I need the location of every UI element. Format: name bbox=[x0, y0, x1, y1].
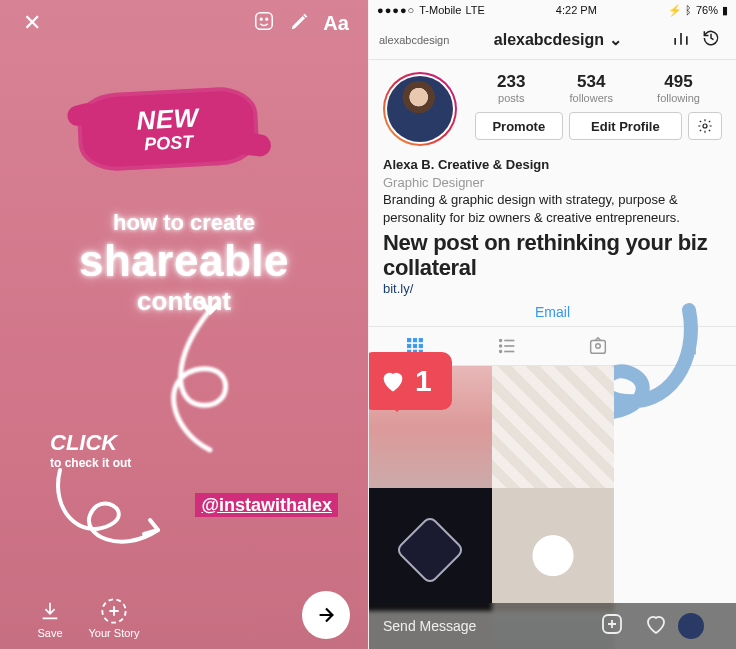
svg-point-1 bbox=[260, 18, 262, 20]
close-icon[interactable]: ✕ bbox=[14, 10, 50, 36]
click-line1: CLICK bbox=[50, 430, 131, 456]
bio-link[interactable]: bit.ly/ bbox=[383, 281, 413, 296]
edit-profile-button[interactable]: Edit Profile bbox=[569, 112, 682, 140]
like-notification[interactable]: 1 bbox=[368, 352, 452, 410]
draw-icon[interactable] bbox=[282, 10, 318, 36]
svg-rect-6 bbox=[413, 338, 416, 341]
profile-stats: 233 posts 534 followers 495 following Pr… bbox=[475, 72, 722, 146]
your-story-label: Your Story bbox=[82, 627, 146, 639]
promote-button[interactable]: Promote bbox=[475, 112, 563, 140]
new-post-icon[interactable] bbox=[590, 612, 634, 640]
headline-line2: shareable bbox=[0, 236, 368, 286]
activity-icon[interactable] bbox=[634, 612, 678, 640]
headline-line1: how to create bbox=[0, 210, 368, 236]
email-button[interactable]: Email bbox=[369, 296, 736, 326]
story-editor: ✕ Aa NEW POST how to create shareable co… bbox=[0, 0, 368, 649]
profile-screen: ●●●●○ T-Mobile LTE 4:22 PM ⚡ ᛒ 76% ▮ ale… bbox=[368, 0, 736, 649]
new-post-badge: NEW POST bbox=[76, 85, 260, 172]
signal-icon: ●●●●○ bbox=[377, 4, 415, 16]
svg-rect-8 bbox=[407, 344, 410, 347]
story-bottom-bar: Save Your Story bbox=[0, 591, 368, 639]
profile-username[interactable]: alexabcdesign ⌄ bbox=[449, 30, 666, 49]
mention-text[interactable]: @instawithalex bbox=[195, 493, 338, 517]
list-tab-icon[interactable] bbox=[461, 327, 553, 365]
status-bar: ●●●●○ T-Mobile LTE 4:22 PM ⚡ ᛒ 76% ▮ bbox=[369, 0, 736, 20]
save-button[interactable]: Save bbox=[18, 595, 82, 639]
download-icon bbox=[18, 595, 82, 627]
svg-point-4 bbox=[703, 124, 707, 128]
handle-small: alexabcdesign bbox=[379, 34, 449, 46]
bio-category: Graphic Designer bbox=[383, 174, 722, 192]
svg-rect-7 bbox=[419, 338, 422, 341]
mention-tag[interactable]: @instawithalex bbox=[195, 495, 338, 516]
svg-rect-10 bbox=[419, 344, 422, 347]
svg-rect-17 bbox=[591, 340, 606, 353]
title-bar: alexabcdesign alexabcdesign ⌄ bbox=[369, 20, 736, 60]
sticker-icon[interactable] bbox=[246, 10, 282, 36]
your-story-button[interactable]: Your Story bbox=[82, 595, 146, 639]
avatar[interactable] bbox=[383, 72, 457, 146]
bio-name: Alexa B. Creative & Design bbox=[383, 156, 722, 174]
svg-point-2 bbox=[266, 18, 268, 20]
svg-point-18 bbox=[596, 343, 601, 348]
svg-rect-0 bbox=[256, 13, 273, 30]
chevron-down-icon: ⌄ bbox=[609, 31, 622, 48]
grid-post[interactable]: 1 bbox=[369, 366, 492, 489]
carrier-label: T-Mobile bbox=[419, 4, 461, 16]
svg-rect-5 bbox=[407, 338, 410, 341]
bio-text: Branding & graphic design with strategy,… bbox=[383, 191, 722, 226]
insights-icon[interactable] bbox=[666, 28, 696, 52]
stat-posts[interactable]: 233 posts bbox=[497, 72, 525, 104]
story-overlay-headline: New post on rethinking your biz collater… bbox=[369, 228, 736, 281]
story-toolbar: ✕ Aa bbox=[0, 10, 368, 36]
svg-rect-9 bbox=[413, 344, 416, 347]
profile-bio: Alexa B. Creative & Design Graphic Desig… bbox=[369, 150, 736, 228]
bio-link-line: bit.ly/ bbox=[369, 281, 736, 296]
tagged-tab-icon[interactable] bbox=[553, 327, 645, 365]
grid-post[interactable] bbox=[492, 488, 615, 611]
settings-button[interactable] bbox=[688, 112, 722, 140]
profile-header: 233 posts 534 followers 495 following Pr… bbox=[369, 60, 736, 150]
send-message-button[interactable]: Send Message bbox=[383, 618, 590, 634]
bluetooth-icon: ⚡ ᛒ bbox=[668, 4, 692, 17]
clock-label: 4:22 PM bbox=[556, 4, 597, 16]
send-story-button[interactable] bbox=[302, 591, 350, 639]
profile-nav-icon[interactable] bbox=[678, 613, 722, 639]
grid-post[interactable] bbox=[492, 366, 615, 489]
badge-line2: POST bbox=[144, 132, 194, 156]
your-story-icon bbox=[82, 595, 146, 627]
network-label: LTE bbox=[465, 4, 484, 16]
svg-point-15 bbox=[499, 345, 501, 347]
battery-label: 76% bbox=[696, 4, 718, 16]
bottom-nav: Send Message bbox=[369, 603, 736, 649]
stat-followers[interactable]: 534 followers bbox=[570, 72, 613, 104]
svg-point-14 bbox=[499, 339, 501, 341]
saved-tab-icon[interactable] bbox=[644, 327, 736, 365]
arrow-squiggle2-icon bbox=[40, 460, 170, 580]
heart-icon bbox=[379, 367, 407, 395]
svg-point-16 bbox=[499, 350, 501, 352]
battery-icon: ▮ bbox=[722, 4, 728, 17]
text-tool-icon[interactable]: Aa bbox=[318, 12, 354, 35]
like-count: 1 bbox=[415, 364, 432, 398]
stat-following[interactable]: 495 following bbox=[657, 72, 700, 104]
save-label: Save bbox=[18, 627, 82, 639]
arrow-squiggle-icon bbox=[140, 280, 260, 470]
grid-post[interactable] bbox=[369, 488, 492, 611]
archive-icon[interactable] bbox=[696, 28, 726, 52]
gear-icon bbox=[697, 118, 713, 134]
